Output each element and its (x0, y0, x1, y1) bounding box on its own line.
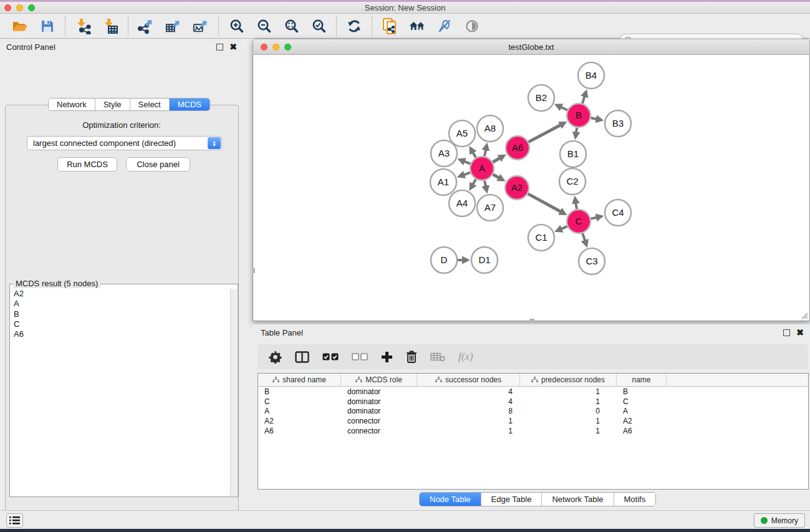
graph-edge-B-B2[interactable] (561, 107, 567, 110)
tab-network-table[interactable]: Network Table (541, 493, 613, 506)
tab-style[interactable]: Style (95, 99, 130, 110)
criterion-dropdown[interactable]: largest connected component (directed) ▲… (27, 136, 222, 150)
table-settings-button[interactable] (269, 351, 282, 364)
column-header-mcds-role[interactable]: MCDS role (341, 374, 417, 386)
mcds-result-list[interactable]: A2ABCA6 (11, 289, 230, 496)
refresh-button[interactable] (346, 18, 362, 34)
mcds-result-item[interactable]: A6 (14, 329, 230, 339)
graph-edge-A-A3[interactable] (465, 162, 471, 164)
run-mcds-button[interactable]: Run MCDS (57, 157, 117, 172)
graph-edge-A2-C[interactable] (528, 194, 561, 212)
deselect-all-icon (352, 353, 368, 360)
graph-edge-B-B4[interactable] (582, 96, 585, 104)
table-row[interactable]: A6connector11A6 (258, 426, 808, 436)
home-button[interactable] (409, 18, 425, 34)
node-table: shared nameMCDS rolesuccessor nodesprede… (258, 373, 809, 490)
add-column-button[interactable] (381, 351, 393, 363)
column-header-predecessor-nodes[interactable]: predecessor nodes (520, 374, 617, 386)
split-columns-button[interactable] (295, 351, 309, 363)
graph-edge-C-C3[interactable] (582, 233, 585, 241)
criterion-value: largest connected component (directed) (33, 138, 176, 148)
open-file-button[interactable] (12, 18, 28, 34)
function-builder-disabled: f(x) (458, 351, 473, 363)
graph-edge-B-B3[interactable] (591, 118, 597, 119)
app-title: Session: New Session (0, 3, 810, 12)
zoom-fit-button[interactable] (283, 18, 299, 34)
graph-edge-A-A4[interactable] (473, 179, 476, 184)
deselect-all-button[interactable] (352, 353, 368, 360)
save-session-button[interactable] (39, 18, 55, 34)
table-row[interactable]: Adominator80A (258, 407, 808, 417)
toggle-style-button[interactable] (436, 18, 453, 34)
column-header-successor-nodes[interactable]: successor nodes (417, 374, 520, 386)
graph-edge-C-C4[interactable] (591, 218, 597, 219)
clone-network-icon (382, 17, 397, 35)
graph-edge-C-C1[interactable] (561, 226, 567, 229)
close-table-panel-icon[interactable]: ✖ (796, 328, 804, 337)
import-network-button[interactable] (75, 18, 91, 34)
graph-node-label-B2: B2 (536, 92, 547, 103)
tab-network[interactable]: Network (49, 99, 95, 110)
graph-edge-A-A5[interactable] (473, 152, 476, 157)
table-row[interactable]: A2connector11A2 (258, 416, 808, 426)
graph-edge-A-A6[interactable] (493, 158, 499, 162)
mcds-result-title: MCDS result (5 nodes) (13, 279, 100, 288)
hierarchy-icon (435, 377, 442, 383)
network-window-titlebar[interactable]: testGlobe.txt (253, 39, 810, 55)
column-header-name[interactable]: name (617, 374, 667, 386)
graph-edge-A-A2[interactable] (493, 175, 499, 178)
mcds-result-item[interactable]: B (14, 309, 230, 319)
mcds-result-item[interactable]: C (14, 319, 230, 329)
export-image-button[interactable] (193, 18, 209, 34)
tab-select[interactable]: Select (130, 99, 169, 110)
window-edge-handle[interactable] (253, 268, 255, 273)
import-table-button[interactable] (102, 18, 118, 34)
tab-motifs[interactable]: Motifs (614, 493, 656, 506)
graph-edge-A6-B[interactable] (529, 125, 561, 142)
mcds-result-item[interactable]: A2 (14, 289, 230, 299)
gear-icon (269, 351, 282, 364)
tab-mcds[interactable]: MCDS (169, 99, 210, 110)
delete-column-button[interactable] (406, 351, 417, 363)
table-row[interactable]: Bdominator41B (258, 387, 808, 397)
mcds-result-item[interactable]: A (14, 299, 230, 309)
graph-node-label-A4: A4 (456, 198, 468, 208)
import-table-icon (102, 18, 118, 34)
graph-node-label-A6: A6 (512, 142, 523, 153)
window-edge-handle[interactable] (529, 319, 534, 321)
window-resize-grip[interactable] (799, 311, 808, 319)
select-all-icon (322, 353, 339, 360)
memory-button[interactable]: Memory (754, 513, 805, 528)
close-panel-icon[interactable]: ✖ (229, 42, 237, 51)
float-table-panel-icon[interactable] (783, 329, 790, 336)
zoom-selected-button[interactable] (311, 18, 327, 34)
float-panel-icon[interactable] (216, 44, 223, 51)
graph-edge-A-A7[interactable] (485, 181, 486, 186)
graph-edge-C-C2[interactable] (576, 203, 577, 210)
show-hide-button[interactable] (464, 18, 480, 34)
graph-node-label-C2: C2 (566, 176, 578, 186)
select-all-button[interactable] (322, 353, 339, 360)
graph-edge-B-B1[interactable] (576, 128, 577, 133)
close-panel-button[interactable]: Close panel (126, 157, 190, 172)
graph-edge-A-A1[interactable] (464, 173, 470, 175)
graph-node-label-A2: A2 (511, 182, 523, 193)
task-history-button[interactable] (6, 513, 23, 528)
export-network-button[interactable] (138, 18, 154, 34)
export-table-button[interactable] (165, 18, 181, 34)
zoom-out-button[interactable] (256, 18, 272, 34)
save-floppy-icon (41, 19, 54, 33)
table-row[interactable]: Cdominator41C (258, 397, 808, 407)
clone-network-button[interactable] (382, 18, 398, 34)
table-panel-tabs: Node TableEdge TableNetwork TableMotifs (419, 492, 656, 506)
tab-edge-table[interactable]: Edge Table (481, 493, 542, 506)
network-canvas[interactable]: AA1A2A3A4A5A6A7A8BB1B2B3B4CC1C2C3C4DD1 (253, 55, 810, 321)
tab-node-table[interactable]: Node Table (420, 493, 481, 506)
zoom-in-button[interactable] (228, 18, 244, 34)
plus-icon (381, 351, 393, 363)
graph-edge-A-A8[interactable] (485, 150, 486, 156)
table-toolbar: f(x) (258, 344, 808, 369)
result-scrollbar[interactable] (230, 289, 237, 496)
delete-table-icon (430, 352, 445, 362)
column-header-shared-name[interactable]: shared name (258, 374, 341, 386)
